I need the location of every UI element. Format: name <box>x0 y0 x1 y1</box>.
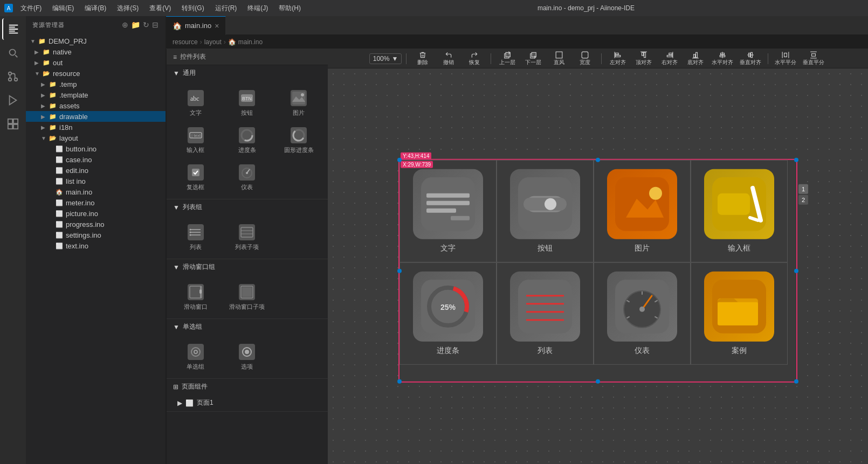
activity-debug[interactable] <box>2 89 24 111</box>
collapse-icon[interactable]: ⊟ <box>152 20 159 29</box>
resize-handle-ml[interactable] <box>397 268 402 273</box>
refresh-icon[interactable]: ↻ <box>143 20 150 29</box>
sidebar-item-button-ino[interactable]: ⬜ button.ino <box>26 143 166 154</box>
resize-handle-mr[interactable] <box>794 268 798 273</box>
widget-inputframe[interactable]: | text 输入框 <box>171 122 221 157</box>
sidebar-item-layout[interactable]: ▼ 📂 layout <box>26 133 166 143</box>
menu-terminal[interactable]: 终端(J) <box>243 3 272 14</box>
sidebar-item-edit-ino[interactable]: ⬜ edit.ino <box>26 165 166 176</box>
tree-root[interactable]: ▼ 📁 DEMO_PRJ <box>26 36 166 46</box>
section-common-header[interactable]: ▼ 通用 <box>167 65 328 81</box>
menu-edit[interactable]: 编辑(E) <box>48 3 78 14</box>
undo-button[interactable]: 撤销 <box>437 50 460 67</box>
menu-select[interactable]: 选择(S) <box>113 3 143 14</box>
straight-button[interactable]: 直风 <box>547 50 571 67</box>
widget-image[interactable]: 图片 <box>274 85 323 120</box>
section-radio-header[interactable]: ▼ 单选组 <box>167 319 328 335</box>
rect-button[interactable]: 宽度 <box>573 50 597 67</box>
new-file-icon[interactable]: ⊕ <box>122 20 129 29</box>
page-tree-page1[interactable]: ▶ ⬜ 页面1 <box>173 397 321 409</box>
canvas-cell-inputbox[interactable]: 输入框 <box>691 160 788 262</box>
section-scroll-header[interactable]: ▼ 滑动窗口组 <box>167 259 328 275</box>
zoom-control[interactable]: 100% ▼ <box>369 53 402 64</box>
canvas-cell-meter[interactable]: 仪表 <box>594 262 691 365</box>
h-center-button[interactable]: 水平对齐 <box>709 50 735 67</box>
resize-handle-tl[interactable] <box>397 158 402 162</box>
new-folder-icon[interactable]: 📁 <box>131 20 141 29</box>
menu-goto[interactable]: 转到(G) <box>177 3 208 14</box>
canvas-frame[interactable]: Y:43,H:414 X:29,W:739 <box>398 159 797 383</box>
panel-title-label: 控件列表 <box>180 52 206 61</box>
menu-view[interactable]: 查看(V) <box>145 3 175 14</box>
widget-circle-progress[interactable]: 圆形进度条 <box>274 122 323 157</box>
sidebar-item-text-ino[interactable]: ⬜ text.ino <box>26 240 166 251</box>
resize-handle-tm[interactable] <box>596 158 600 162</box>
tab-close-icon[interactable]: × <box>215 22 219 30</box>
canvas-cell-text[interactable]: 文字 <box>399 160 497 262</box>
resize-handle-bm[interactable] <box>596 379 600 384</box>
sidebar-item-drawable[interactable]: ▶ 📁 drawable <box>26 111 166 122</box>
sidebar-item-temp[interactable]: ▶ 📁 .temp <box>26 79 166 89</box>
resize-handle-tr[interactable] <box>794 158 798 162</box>
resize-handle-bl[interactable] <box>397 379 402 384</box>
widget-checkbox[interactable]: 复选框 <box>171 160 221 195</box>
breadcrumb-file[interactable]: main.ino <box>238 38 263 46</box>
sidebar-item-resource[interactable]: ▼ 📂 resource <box>26 68 166 79</box>
activity-search[interactable] <box>2 42 24 64</box>
h-distribute-button[interactable]: 水平平分 <box>773 50 798 67</box>
breadcrumb-resource[interactable]: resource <box>173 38 198 46</box>
widget-scroll-child[interactable]: 滑动窗口子项 <box>223 279 272 314</box>
menu-help[interactable]: 帮助(H) <box>274 3 305 14</box>
sidebar-item-picture-ino[interactable]: ⬜ picture.ino <box>26 208 166 219</box>
widget-meter[interactable]: 仪表 <box>223 160 272 195</box>
sidebar-item-case-ino[interactable]: ⬜ case.ino <box>26 154 166 165</box>
canvas-cell-progress[interactable]: 25% 进度条 <box>399 262 497 365</box>
resize-handle-br[interactable] <box>794 379 798 384</box>
menu-run[interactable]: 运行(R) <box>211 3 242 14</box>
sidebar-item-settings-ino[interactable]: ⬜ settings.ino <box>26 230 166 240</box>
section-list-header[interactable]: ▼ 列表组 <box>167 199 328 215</box>
canvas-cell-list[interactable]: 列表 <box>497 262 594 365</box>
align-left-button[interactable]: 左对齐 <box>606 50 630 67</box>
widget-listitem[interactable]: 列表子项 <box>223 219 272 254</box>
align-right-button[interactable]: 右对齐 <box>658 50 681 67</box>
sidebar-item-native[interactable]: ▶ 📁 native <box>26 46 166 57</box>
v-distribute-button[interactable]: 垂直平分 <box>801 50 826 67</box>
menu-compile[interactable]: 编译(B) <box>80 3 111 14</box>
widget-scroll-window[interactable]: 滑动窗口 <box>171 279 221 314</box>
sidebar-item-out[interactable]: ▶ 📁 out <box>26 57 166 68</box>
canvas-cell-button[interactable]: 按钮 <box>497 160 594 262</box>
sidebar-item-list-ino[interactable]: ⬜ list ino <box>26 176 166 186</box>
layer-down-button[interactable]: 下一层 <box>521 50 545 67</box>
align-bottom-button[interactable]: 底对齐 <box>684 50 707 67</box>
sidebar-item-template[interactable]: ▶ 📁 .template <box>26 89 166 100</box>
activity-extensions[interactable] <box>2 113 24 135</box>
activity-explorer[interactable] <box>2 18 24 40</box>
widget-radio-group[interactable]: 单选组 <box>171 339 221 374</box>
widget-list-label: 列表 <box>190 243 202 251</box>
svg-rect-103 <box>718 193 750 215</box>
align-top-button[interactable]: 顶对齐 <box>632 50 656 67</box>
activity-git[interactable] <box>2 66 24 87</box>
widget-button[interactable]: BTN 按钮 <box>223 85 272 120</box>
redo-button[interactable]: 恢复 <box>463 50 486 67</box>
breadcrumb-layout[interactable]: layout <box>204 38 222 46</box>
canvas-cell-picture[interactable]: 图片 <box>594 160 691 262</box>
sidebar-item-progress-ino[interactable]: ⬜ progress.ino <box>26 219 166 230</box>
sidebar-item-i18n[interactable]: ▶ 📁 i18n <box>26 122 166 133</box>
widget-progress[interactable]: 进度条 <box>223 122 272 157</box>
sidebar-item-meter-ino[interactable]: ⬜ meter.ino <box>26 197 166 208</box>
layer-up-button[interactable]: 上一层 <box>495 50 519 67</box>
section-page-header[interactable]: ⊞ 页面组件 <box>167 379 328 394</box>
widget-text[interactable]: abc 文字 <box>171 85 221 120</box>
tab-main-ino[interactable]: 🏠 main.ino × <box>166 16 226 35</box>
v-center-button[interactable]: 垂直对齐 <box>738 50 763 67</box>
widget-list[interactable]: 列表 <box>171 219 221 254</box>
canvas-cell-case[interactable]: 案例 <box>691 262 788 365</box>
sidebar-item-assets[interactable]: ▶ 📁 assets <box>26 100 166 111</box>
delete-button[interactable]: 删除 <box>411 50 435 67</box>
canvas-area[interactable]: Y:43,H:414 X:29,W:739 <box>328 68 868 464</box>
sidebar-item-main-ino[interactable]: 🏠 main.ino <box>26 186 166 197</box>
menu-file[interactable]: 文件(F) <box>16 3 46 14</box>
widget-radio-item[interactable]: 选项 <box>223 339 272 374</box>
